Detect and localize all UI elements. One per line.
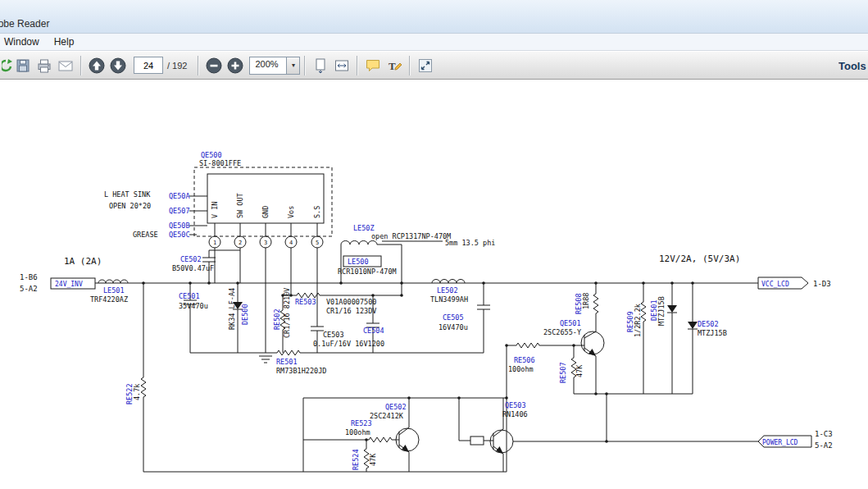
- label-qe500-part: SI-8001FFE: [199, 159, 241, 167]
- label-qe500-ref: QE500: [201, 151, 222, 159]
- schematic-label: OPEN 20*20: [109, 202, 151, 210]
- schematic-label: LE50Z: [353, 224, 375, 232]
- schematic-label: 5: [316, 240, 319, 246]
- schematic-label: RM73B1H220JD: [276, 367, 326, 375]
- schematic-label: MTZJ15B: [657, 296, 666, 326]
- label-power-lcd: POWER_LCD: [762, 439, 798, 446]
- menu-bar: Window Help: [0, 34, 868, 51]
- menu-help[interactable]: Help: [47, 36, 82, 48]
- schematic-label: 47K: [575, 364, 584, 377]
- schematic-label: 1/2R2.2k: [634, 304, 642, 337]
- schematic-labels: QE500SI-8001FFEL HEAT SINKOPEN 20*20QE50…: [20, 151, 833, 470]
- schematic-label: 5-A2: [815, 441, 833, 450]
- schematic-label: CE505: [443, 313, 464, 322]
- schematic-solids: [142, 281, 698, 454]
- schematic-label: RE503: [295, 298, 316, 306]
- toolbar-separator: [80, 56, 82, 75]
- comment-bubble-glyph: [364, 57, 382, 75]
- zoom-level-value: 200%: [250, 57, 286, 74]
- schematic-label: CE503: [323, 331, 344, 339]
- schematic-label: 16V470u: [439, 323, 468, 331]
- email-icon[interactable]: [55, 55, 76, 76]
- schematic-label: RE502: [273, 308, 281, 330]
- minus-circle-glyph: [205, 57, 223, 75]
- toolbar: / 192 200% ▾ T: [0, 51, 868, 80]
- next-page-icon[interactable]: [107, 55, 129, 76]
- toolbar-separator: [304, 56, 306, 75]
- window-title: Adobe Reader: [0, 18, 49, 30]
- plus-circle-glyph: [226, 57, 244, 75]
- schematic-label: RE506: [514, 356, 535, 364]
- schematic-label: QE50A: [169, 192, 190, 200]
- label-vcc-lcd: VCC_LCD: [761, 281, 789, 288]
- open-icon-glyph: [2, 57, 12, 75]
- schematic-label: SW OUT: [236, 193, 244, 218]
- page-number-input[interactable]: [134, 57, 163, 74]
- schematic-label: QE501: [560, 319, 581, 327]
- schematic-label: 3: [264, 240, 267, 246]
- schematic-label: LE500: [348, 258, 369, 266]
- schematic-label: 4.7k: [133, 384, 141, 400]
- print-icon[interactable]: [34, 55, 55, 76]
- document-canvas[interactable]: QE500SI-8001FFEL HEAT SINKOPEN 20*20QE50…: [0, 80, 868, 489]
- scrolling-mode-icon[interactable]: [310, 55, 331, 76]
- schematic-label: RK34 LF-A4: [228, 288, 236, 330]
- schematic-page: QE500SI-8001FFEL HEAT SINKOPEN 20*20QE50…: [0, 82, 868, 489]
- schematic-label: 4: [289, 240, 293, 246]
- schematic-label: 1-B6: [20, 273, 38, 281]
- page-scroll-glyph: [311, 57, 329, 75]
- schematic-label: GREASE: [133, 231, 158, 239]
- schematic-label: CR1/16 123DV: [326, 307, 376, 315]
- previous-page-icon[interactable]: [86, 55, 107, 76]
- schematic-label: RE507: [559, 362, 567, 383]
- toolbar-separator: [409, 56, 411, 75]
- schematic-label: LE502: [437, 286, 458, 295]
- schematic-label: 1: [213, 240, 216, 246]
- schematic-label: RN1406: [502, 410, 528, 418]
- print-icon-glyph: [35, 57, 53, 75]
- label-24v-inv: 24V_INV: [55, 281, 83, 288]
- title-bar: Adobe Reader: [0, 0, 868, 34]
- schematic-label: 35V470u: [179, 302, 208, 310]
- label-output-rating: 12V/2A, (5V/3A): [659, 254, 740, 264]
- schematic-label: V IN: [211, 202, 219, 218]
- tools-button[interactable]: Tools: [838, 58, 866, 73]
- open-icon[interactable]: [2, 55, 12, 76]
- schematic-label: L HEAT SINK: [104, 190, 151, 199]
- schematic-label: LE501: [103, 286, 125, 295]
- fullscreen-icon[interactable]: [415, 55, 436, 76]
- highlight-text-icon[interactable]: T: [384, 55, 405, 76]
- down-arrow-circle-glyph: [109, 57, 127, 75]
- schematic-label: RE501: [276, 358, 298, 366]
- schematic-label: CE504: [363, 327, 384, 335]
- highlight-text-glyph: T: [385, 57, 403, 75]
- schematic-label: 5-A2: [20, 285, 38, 293]
- zoom-out-icon[interactable]: [203, 55, 225, 76]
- zoom-dropdown-icon[interactable]: ▾: [286, 57, 299, 74]
- zoom-in-icon[interactable]: [225, 55, 246, 76]
- schematic-label: TLN3499AH: [430, 295, 468, 304]
- fit-width-icon[interactable]: [331, 55, 352, 76]
- fullscreen-glyph: [416, 57, 434, 75]
- up-arrow-circle-glyph: [88, 57, 106, 75]
- save-icon[interactable]: [12, 55, 34, 76]
- schematic-label: 2SC2655-Y: [543, 328, 581, 336]
- fit-width-glyph: [333, 57, 351, 75]
- tools-label: Tools: [838, 60, 866, 72]
- schematic-label: 1-C3: [815, 430, 833, 438]
- schematic-label: DE500: [241, 304, 249, 325]
- schematic-label: V01A00007500: [326, 298, 376, 306]
- schematic-label: CE501: [179, 292, 200, 300]
- schematic-label: GND: [261, 206, 270, 218]
- schematic-label: 0.1uF/16V 16V1200: [313, 340, 384, 348]
- comment-icon[interactable]: [362, 55, 384, 76]
- schematic-label: QE50B: [169, 222, 190, 230]
- zoom-level-select[interactable]: 200% ▾: [249, 57, 300, 75]
- schematic-label: QE50C: [169, 231, 190, 239]
- page-count-label: / 192: [167, 61, 187, 71]
- menu-window[interactable]: Window: [0, 36, 47, 48]
- schematic-label: QE503: [505, 401, 526, 409]
- schematic-label: QE507: [169, 207, 190, 215]
- schematic-label: S.S: [313, 206, 321, 218]
- email-icon-glyph: [57, 57, 75, 75]
